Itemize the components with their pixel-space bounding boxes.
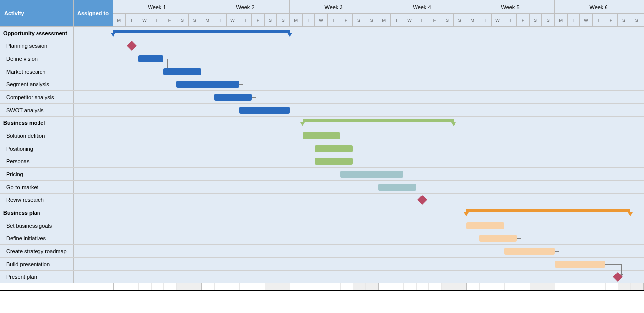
task-bar[interactable] — [479, 235, 517, 242]
task-row: Go-to-market — [0, 181, 644, 194]
summary-bar[interactable] — [113, 30, 290, 33]
activity-name: Build presentation — [0, 258, 74, 270]
section-row: Opportunity assessment — [0, 27, 644, 39]
header-activity: Activity — [0, 0, 74, 27]
assigned-to-cell — [74, 78, 113, 90]
day-header: S — [530, 14, 542, 27]
assigned-to-cell — [74, 194, 113, 206]
day-header: M — [113, 14, 126, 27]
summary-cap-icon — [464, 212, 469, 216]
task-bar[interactable] — [315, 145, 353, 152]
task-bar[interactable] — [239, 107, 290, 114]
section-row: Business model — [0, 117, 644, 129]
week-header-6: Week 6 — [555, 0, 643, 14]
assigned-to-cell — [74, 206, 113, 219]
assigned-to-cell — [74, 27, 113, 39]
footer-blank — [0, 290, 644, 313]
task-bar[interactable] — [555, 261, 605, 268]
day-header: S — [277, 14, 290, 27]
section-row: Business plan — [0, 206, 644, 219]
summary-cap-icon — [300, 122, 305, 126]
day-header: S — [265, 14, 277, 27]
summary-cap-icon — [111, 33, 115, 37]
activity-name: Positioning — [0, 142, 74, 155]
activity-name: Solution defition — [0, 129, 74, 142]
summary-bar[interactable] — [303, 119, 454, 122]
task-row: Pricing — [0, 168, 644, 181]
day-header: W — [492, 14, 504, 27]
day-header: W — [138, 14, 151, 27]
dependency-line — [256, 97, 256, 107]
activity-name: Pricing — [0, 168, 74, 180]
day-header: F — [605, 14, 618, 27]
day-header: F — [428, 14, 441, 27]
assigned-to-cell — [74, 117, 113, 129]
task-bar[interactable] — [504, 248, 555, 255]
week-header-3: Week 3 — [290, 0, 378, 14]
activity-name: Create strategy roadmap — [0, 245, 74, 257]
task-bar[interactable] — [214, 94, 252, 101]
task-bar[interactable] — [340, 171, 403, 178]
assigned-to-cell — [74, 39, 113, 52]
activity-name: Set business goals — [0, 219, 74, 232]
summary-cap-icon — [287, 33, 292, 37]
task-row: Market research — [0, 65, 644, 78]
activity-name: Reviw research — [0, 194, 74, 206]
day-header: S — [189, 14, 201, 27]
task-bar[interactable] — [378, 184, 416, 191]
assigned-to-cell — [74, 129, 113, 142]
activity-name: Business model — [0, 117, 74, 129]
dependency-line — [167, 59, 168, 68]
day-header: W — [227, 14, 239, 27]
day-header: T — [568, 14, 580, 27]
day-header: S — [542, 14, 555, 27]
day-header: S — [353, 14, 366, 27]
task-row: Reviw research — [0, 194, 644, 206]
activity-name: Market research — [0, 65, 74, 78]
dependency-line — [521, 238, 521, 248]
day-header: F — [163, 14, 176, 27]
day-header: F — [252, 14, 265, 27]
activity-name: Segment analysis — [0, 78, 74, 90]
assigned-to-cell — [74, 219, 113, 232]
task-row: Segment analysis — [0, 78, 644, 91]
day-header: T — [391, 14, 404, 27]
task-bar[interactable] — [138, 55, 163, 62]
assigned-to-cell — [74, 155, 113, 167]
summary-cap-icon — [451, 122, 456, 126]
day-header: T — [479, 14, 492, 27]
day-header: S — [618, 14, 631, 27]
day-header: T — [303, 14, 315, 27]
task-bar[interactable] — [303, 132, 341, 139]
task-bar[interactable] — [176, 81, 239, 88]
day-header: M — [201, 14, 214, 27]
assigned-to-cell — [74, 91, 113, 103]
activity-name: Go-to-market — [0, 181, 74, 193]
task-row: Build presentation — [0, 258, 644, 271]
activity-name: SWOT analysis — [0, 104, 74, 116]
week-header-4: Week 4 — [378, 0, 466, 14]
day-header: F — [340, 14, 353, 27]
activity-name: Present plan — [0, 271, 74, 283]
assigned-to-cell — [74, 65, 113, 78]
day-header: W — [315, 14, 328, 27]
activity-name: Define initiatives — [0, 232, 74, 244]
task-row: Define vision — [0, 52, 644, 65]
day-header: T — [504, 14, 517, 27]
day-header: S — [365, 14, 378, 27]
task-bar[interactable] — [163, 68, 201, 75]
task-row: Planning session — [0, 39, 644, 52]
assigned-to-cell — [74, 271, 113, 283]
assigned-to-cell — [74, 181, 113, 193]
task-bar[interactable] — [466, 222, 504, 229]
task-row: Define initiatives — [0, 232, 644, 245]
task-row: SWOT analysis — [0, 104, 644, 117]
day-header: T — [126, 14, 139, 27]
summary-bar[interactable] — [466, 209, 630, 212]
activity-name: Competitor analysis — [0, 91, 74, 103]
week-header-2: Week 2 — [201, 0, 290, 14]
assigned-to-cell — [74, 142, 113, 155]
day-header: T — [151, 14, 164, 27]
day-header: M — [378, 14, 391, 27]
task-bar[interactable] — [315, 158, 353, 165]
